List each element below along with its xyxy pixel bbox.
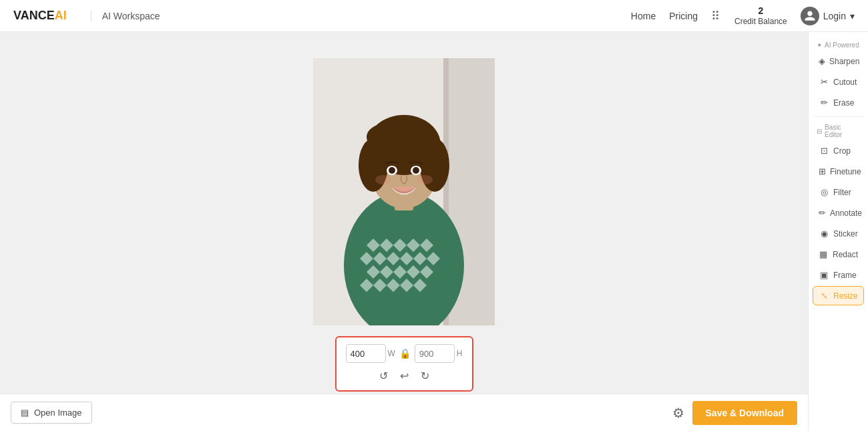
user-avatar-icon [801, 7, 819, 25]
apps-icon[interactable]: ⠿ [711, 9, 721, 23]
sticker-icon: ◉ [819, 229, 829, 239]
sidebar-item-cutout[interactable]: ✂ Cutout [813, 72, 864, 92]
width-input[interactable] [346, 344, 386, 363]
workspace-label: AI Workspace [91, 11, 160, 21]
sidebar-item-crop[interactable]: ⊡ Crop [813, 141, 864, 160]
sidebar-item-sticker[interactable]: ◉ Sticker [813, 224, 864, 243]
svg-point-37 [375, 175, 391, 184]
credit-label: Credit Balance [734, 17, 787, 27]
logo: VANCEAI [13, 9, 67, 23]
sharpen-label: Sharpen [829, 57, 859, 66]
credit-number: 2 [758, 5, 763, 17]
width-input-group: W [346, 344, 395, 363]
resize-actions-row: ↺ ↩ ↻ [377, 368, 432, 384]
logo-vance: VANCE [13, 9, 55, 23]
filter-label: Filter [833, 188, 851, 197]
nav-pricing[interactable]: Pricing [669, 11, 698, 21]
canvas-area: W 🔒 H ↺ ↩ ↻ ▤ Open Image ⚙ Sa [0, 32, 808, 431]
login-label: Login [823, 11, 846, 21]
sidebar-item-erase[interactable]: ✏ Erase [813, 93, 864, 112]
open-image-button[interactable]: ▤ Open Image [11, 402, 92, 424]
width-label: W [388, 349, 395, 358]
resize-controls-panel: W 🔒 H ↺ ↩ ↻ [335, 336, 473, 392]
ai-powered-section-label: ✦ AI Powered [813, 39, 864, 50]
image-container [313, 58, 495, 325]
login-area[interactable]: Login ▾ [801, 7, 855, 25]
sidebar-divider [813, 116, 864, 117]
logo-ai: AI [55, 9, 67, 23]
preview-image [313, 58, 495, 325]
sticker-label: Sticker [833, 229, 858, 239]
nav-home[interactable]: Home [631, 11, 656, 21]
annotate-label: Annotate [830, 208, 862, 218]
sidebar-item-filter[interactable]: ◎ Filter [813, 182, 864, 202]
basic-editor-icon: ⊟ [817, 128, 822, 135]
frame-icon: ▣ [819, 270, 829, 280]
cutout-label: Cutout [833, 78, 857, 87]
svg-point-32 [405, 125, 438, 149]
basic-editor-section-label: ⊟ Basic Editor [813, 121, 864, 140]
sidebar-item-annotate[interactable]: ✏ Annotate [813, 203, 864, 223]
erase-icon: ✏ [819, 98, 829, 108]
image-icon: ▤ [21, 408, 29, 418]
undo-button[interactable]: ↩ [397, 368, 411, 384]
sidebar-item-redact[interactable]: ▦ Redact [813, 245, 864, 264]
sidebar-item-frame[interactable]: ▣ Frame [813, 265, 864, 285]
redact-label: Redact [833, 250, 858, 259]
sidebar-item-sharpen[interactable]: ◈ Sharpen [813, 51, 864, 71]
cutout-icon: ✂ [819, 77, 829, 87]
redact-icon: ▦ [819, 249, 829, 259]
sidebar-item-resize[interactable]: ⤡ Resize [813, 286, 864, 305]
ai-powered-icon: ✦ [817, 41, 822, 49]
finetune-icon: ⊞ [819, 166, 826, 176]
finetune-label: Finetune [830, 167, 861, 176]
crop-icon: ⊡ [819, 146, 829, 156]
annotate-icon: ✏ [819, 208, 826, 218]
svg-point-35 [389, 167, 395, 174]
header: VANCEAI AI Workspace Home Pricing ⠿ 2 Cr… [0, 0, 868, 32]
right-sidebar: ✦ AI Powered ◈ Sharpen ✂ Cutout ✏ Erase … [808, 32, 868, 431]
erase-label: Erase [833, 98, 854, 108]
credit-balance: 2 Credit Balance [734, 5, 787, 27]
resize-icon: ⤡ [819, 291, 829, 301]
sidebar-item-finetune[interactable]: ⊞ Finetune [813, 162, 864, 181]
redo-button[interactable]: ↻ [418, 368, 432, 384]
svg-point-36 [413, 167, 419, 174]
settings-icon[interactable]: ⚙ [672, 405, 684, 421]
height-input[interactable] [415, 344, 455, 363]
height-label: H [457, 349, 463, 358]
height-input-group: H [415, 344, 463, 363]
frame-label: Frame [833, 271, 857, 280]
reset-button[interactable]: ↺ [377, 368, 391, 384]
resize-label: Resize [833, 291, 858, 301]
sharpen-icon: ◈ [819, 56, 825, 66]
open-image-label: Open Image [34, 408, 82, 418]
svg-point-31 [367, 124, 407, 150]
resize-inputs-row: W 🔒 H [346, 344, 463, 363]
bottom-bar: ▤ Open Image ⚙ Save & Download [0, 394, 808, 431]
login-chevron-icon: ▾ [850, 11, 855, 21]
main-layout: W 🔒 H ↺ ↩ ↻ ▤ Open Image ⚙ Sa [0, 32, 868, 431]
filter-icon: ◎ [819, 187, 829, 197]
svg-point-38 [417, 175, 433, 184]
save-download-button[interactable]: Save & Download [692, 401, 797, 425]
lock-icon[interactable]: 🔒 [399, 348, 411, 359]
crop-label: Crop [833, 146, 851, 156]
bottom-right-actions: ⚙ Save & Download [672, 401, 797, 425]
